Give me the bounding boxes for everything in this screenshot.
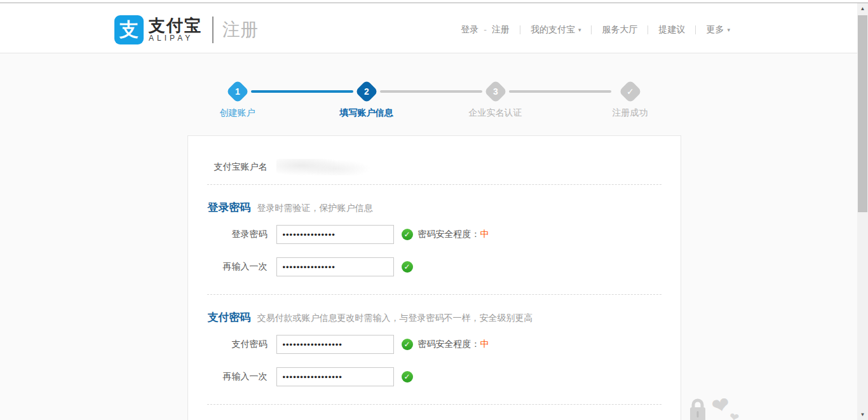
strength-label: 密码安全程度： — [418, 339, 480, 349]
site-header: 支 支付宝 ALIPAY 注册 登录 - 注册 我的支付宝 ▾ 服务大厅 提建议… — [0, 3, 857, 53]
step-2-number: 2 — [364, 86, 369, 97]
login-password-confirm-row: 再输入一次 ✓ — [188, 257, 681, 276]
step-1-label: 创建账户 — [220, 107, 255, 119]
step-2-label: 填写账户信息 — [340, 107, 393, 119]
nav-my-alipay-link[interactable]: 我的支付宝 — [531, 24, 575, 36]
step-1-number: 1 — [235, 86, 240, 97]
section-title: 登录密码 — [208, 200, 251, 215]
chevron-down-icon[interactable]: ▾ — [727, 27, 730, 33]
vertical-scrollbar[interactable]: ▲ ▼ — [857, 3, 868, 420]
pay-password-row: 支付密码 ✓ 密码安全程度：中 — [188, 335, 681, 354]
nav-separator — [648, 25, 648, 34]
scroll-up-button[interactable]: ▲ — [857, 3, 868, 14]
check-icon: ✓ — [402, 229, 413, 240]
pay-password-input[interactable] — [276, 335, 394, 354]
field-label: 再输入一次 — [188, 261, 268, 273]
section-divider — [207, 184, 661, 185]
nav-feedback-link[interactable]: 提建议 — [658, 24, 685, 36]
logo-glyph: 支 — [119, 17, 139, 43]
chevron-down-icon[interactable]: ▾ — [578, 27, 581, 33]
lock-icon — [688, 398, 707, 420]
alipay-logo[interactable]: 支 支付宝 ALIPAY 注册 — [114, 15, 258, 44]
nav-separator — [591, 25, 592, 34]
brand-name-en: ALIPAY — [149, 34, 202, 43]
section-divider — [207, 404, 661, 405]
nav-register-link[interactable]: 注册 — [492, 24, 510, 36]
account-info-form-card: 支付宝账户名 登录密码 登录时需验证，保护账户信息 登录密码 ✓ 密码安全程度：… — [187, 135, 681, 420]
nav-separator — [520, 25, 520, 34]
brand-text: 支付宝 ALIPAY — [149, 17, 202, 43]
step-3-number: 3 — [493, 86, 498, 97]
step-connector-3-4 — [509, 90, 611, 93]
step-4-check-icon: ✓ — [627, 86, 634, 97]
brand-name-cn: 支付宝 — [149, 17, 202, 34]
pay-password-confirm-row: 再输入一次 ✓ — [188, 367, 681, 386]
section-title: 支付密码 — [208, 310, 251, 325]
step-4-marker: ✓ — [618, 80, 642, 104]
strength-label: 密码安全程度： — [418, 229, 480, 239]
account-name-label: 支付宝账户名 — [188, 161, 268, 173]
field-label: 再输入一次 — [188, 371, 268, 383]
pay-password-confirm-input[interactable] — [276, 367, 394, 386]
step-1-marker: 1 — [226, 80, 249, 104]
section-description: 交易付款或账户信息更改时需输入，与登录密码不一样，安全级别更高 — [257, 313, 533, 324]
login-password-section-header: 登录密码 登录时需验证，保护账户信息 — [208, 200, 681, 215]
step-2-marker: 2 — [355, 80, 378, 104]
check-icon: ✓ — [402, 261, 413, 273]
scroll-down-button[interactable]: ▼ — [857, 409, 868, 420]
strength-value: 中 — [480, 339, 489, 349]
heart-icon: ❤ — [709, 391, 732, 419]
browser-chrome-edge — [0, 0, 868, 3]
strength-value: 中 — [480, 229, 489, 239]
account-name-redacted — [276, 159, 376, 175]
login-password-input[interactable] — [276, 225, 394, 244]
nav-login-link[interactable]: 登录 — [461, 24, 478, 36]
login-password-confirm-input[interactable] — [276, 257, 394, 276]
check-icon: ✓ — [402, 371, 413, 383]
pay-password-section-header: 支付密码 交易付款或账户信息更改时需输入，与登录密码不一样，安全级别更高 — [208, 310, 681, 325]
step-4-label: 注册成功 — [613, 107, 648, 119]
field-label: 登录密码 — [188, 229, 268, 240]
section-divider — [207, 294, 661, 295]
page-title: 注册 — [222, 18, 258, 42]
registration-steps: 1 2 3 ✓ 创建账户 填写账户信息 企业实名认证 注册成功 — [187, 77, 681, 121]
nav-separator — [695, 25, 696, 34]
nav-dash: - — [484, 25, 487, 35]
check-icon: ✓ — [402, 339, 413, 350]
login-password-row: 登录密码 ✓ 密码安全程度：中 — [188, 225, 681, 244]
password-strength: 密码安全程度：中 — [418, 229, 489, 240]
step-connector-1-2 — [251, 90, 353, 93]
top-nav: 登录 - 注册 我的支付宝 ▾ 服务大厅 提建议 更多 ▾ — [461, 24, 730, 36]
alipay-logo-icon: 支 — [114, 15, 144, 44]
heart-icon: ❤ — [728, 410, 740, 420]
step-3-marker: 3 — [484, 80, 507, 104]
nav-service-hall-link[interactable]: 服务大厅 — [602, 24, 637, 36]
scrollbar-thumb[interactable] — [858, 15, 867, 212]
section-description: 登录时需验证，保护账户信息 — [257, 203, 373, 214]
step-connector-2-3 — [380, 90, 482, 93]
step-3-label: 企业实名认证 — [469, 107, 522, 119]
field-label: 支付密码 — [188, 339, 268, 350]
password-strength: 密码安全程度：中 — [418, 339, 489, 350]
account-name-row: 支付宝账户名 — [188, 159, 681, 175]
logo-divider — [212, 17, 214, 43]
nav-more-link[interactable]: 更多 — [706, 24, 724, 36]
